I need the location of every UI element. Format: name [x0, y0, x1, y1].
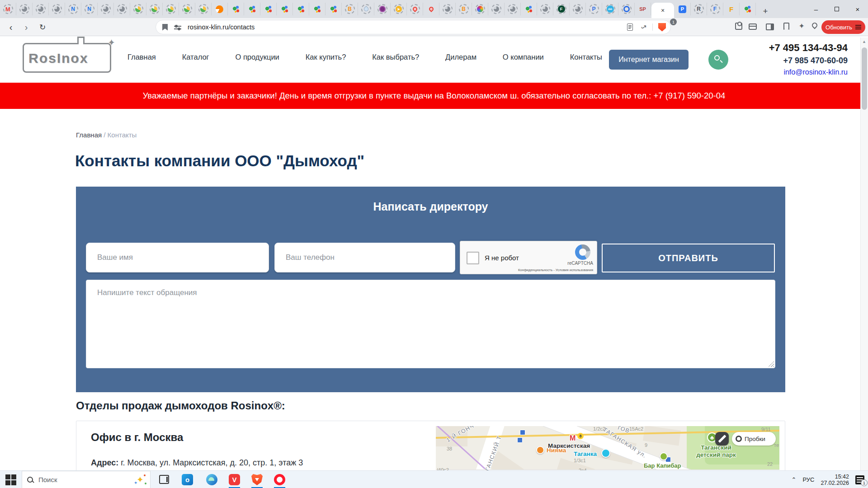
- location-icon[interactable]: [811, 22, 819, 29]
- tray-expand-icon[interactable]: ⌃: [791, 476, 796, 483]
- pinned-tab-fBlue[interactable]: F: [707, 3, 723, 15]
- nav-link-kontakty[interactable]: Контакты: [570, 53, 602, 61]
- share-icon[interactable]: ↪: [639, 22, 649, 32]
- browser-update-button[interactable]: Обновить: [821, 20, 865, 34]
- pinned-tab-btc[interactable]: B: [342, 3, 358, 15]
- map[interactable]: ТАГАНСКИЙ ТТАГАНСКАЯ ул.1-Й ГОНЧТОВ 381/…: [436, 426, 779, 470]
- pinned-tab-dots[interactable]: [277, 3, 293, 15]
- nav-link-o-kompanii[interactable]: О компании: [503, 53, 544, 61]
- opera-app-icon[interactable]: [274, 474, 285, 485]
- language-indicator[interactable]: РУС: [802, 476, 814, 483]
- window-minimize-button[interactable]: –: [806, 0, 826, 18]
- window-maximize-button[interactable]: [826, 0, 847, 18]
- nav-link-dileram[interactable]: Дилерам: [445, 53, 476, 61]
- pinned-tab-palette[interactable]: [472, 3, 488, 15]
- url-text[interactable]: rosinox-klin.ru/contacts: [188, 23, 627, 31]
- pinned-tab-gray[interactable]: [49, 3, 65, 15]
- pinned-tab-gray[interactable]: [114, 3, 130, 15]
- pinned-tab-gray[interactable]: [505, 3, 521, 15]
- phone-input[interactable]: [274, 243, 455, 272]
- menu-icon[interactable]: [855, 25, 861, 29]
- park-label-line1[interactable]: Таганский: [691, 444, 741, 451]
- pinned-tab-gray[interactable]: [439, 3, 456, 15]
- pinned-tab-dots[interactable]: [244, 3, 260, 15]
- pinned-tab-ibb[interactable]: ibb: [602, 3, 618, 15]
- reload-button[interactable]: ↻: [36, 21, 49, 33]
- pinned-tab-gmail[interactable]: M: [0, 3, 16, 15]
- pinned-tab-gray[interactable]: [488, 3, 505, 15]
- pinned-tab-green[interactable]: [130, 3, 146, 15]
- sidebar-icon[interactable]: [766, 23, 774, 30]
- pinned-tab-blueN[interactable]: N: [81, 3, 98, 15]
- pinned-tab-drop[interactable]: [358, 3, 374, 15]
- scrollbar-up-arrow[interactable]: ▲: [862, 39, 866, 44]
- textarea-resize-handle[interactable]: [768, 361, 774, 367]
- nav-link-kak-vybrat[interactable]: Как выбрать?: [372, 53, 419, 61]
- poi-restaurant-icon[interactable]: [536, 446, 544, 454]
- pinned-tab-gray[interactable]: [537, 3, 553, 15]
- back-button[interactable]: ‹: [5, 21, 17, 33]
- pinned-tab-green[interactable]: [179, 3, 195, 15]
- pinned-tab-gray[interactable]: [16, 3, 33, 15]
- map-ruler-button[interactable]: [715, 432, 729, 446]
- poi-bar-icon[interactable]: [660, 452, 668, 460]
- recaptcha-checkbox[interactable]: [467, 252, 479, 264]
- phone-primary[interactable]: +7 495 134-43-94: [769, 42, 848, 54]
- address-bar[interactable]: rosinox-klin.ru/contacts ↪: [156, 20, 671, 34]
- start-button[interactable]: [5, 474, 16, 485]
- pinned-tab-dots[interactable]: [740, 3, 756, 15]
- bookmark-icon[interactable]: [162, 24, 168, 31]
- site-search-button[interactable]: [708, 50, 728, 70]
- notification-center-icon[interactable]: 1: [855, 475, 864, 484]
- message-textarea[interactable]: [86, 280, 775, 368]
- pinned-tab-pointer[interactable]: ➤: [391, 3, 407, 15]
- window-close-button[interactable]: ×: [847, 0, 868, 18]
- park-label-line2[interactable]: детский парк: [687, 451, 745, 458]
- pinned-tab-fGreen[interactable]: F: [553, 3, 570, 15]
- extensions-icon[interactable]: [735, 23, 742, 30]
- copilot-icon[interactable]: ✦ ✦: [134, 474, 146, 485]
- online-shop-button[interactable]: Интернет магазин: [609, 50, 689, 70]
- brave-shield-icon[interactable]: [658, 23, 666, 32]
- new-tab-button[interactable]: +: [759, 5, 772, 18]
- active-tab[interactable]: ×: [651, 3, 674, 18]
- pinned-tab-dots[interactable]: [521, 3, 537, 15]
- pinned-tab-btc[interactable]: B: [456, 3, 472, 15]
- pinned-tab-dots[interactable]: [260, 3, 277, 15]
- site-settings-icon[interactable]: [174, 24, 181, 31]
- poi-theatre-icon[interactable]: [601, 449, 610, 458]
- pinned-tab-sp[interactable]: SP: [635, 3, 651, 15]
- wallet-icon[interactable]: [749, 23, 757, 30]
- edge-app-icon[interactable]: [206, 474, 217, 485]
- recaptcha-terms[interactable]: Конфиденциальность - Условия использован…: [518, 268, 593, 272]
- taskbar-clock[interactable]: 15:42 27.02.2026: [821, 474, 849, 486]
- page-scrollbar[interactable]: ▲: [860, 38, 868, 470]
- pinned-tab-dots[interactable]: [309, 3, 326, 15]
- pinned-tab-green[interactable]: [195, 3, 212, 15]
- scrollbar-thumb[interactable]: [862, 47, 867, 110]
- reader-mode-icon[interactable]: [627, 23, 633, 31]
- pinned-tab-green[interactable]: [163, 3, 179, 15]
- pinned-tab-purple[interactable]: [374, 3, 391, 15]
- pinned-tab-gray[interactable]: [33, 3, 49, 15]
- submit-button[interactable]: ОТПРАВИТЬ: [602, 244, 775, 272]
- pinned-tab-pSquare[interactable]: P: [675, 3, 691, 15]
- pinned-tab-oBlue[interactable]: [618, 3, 635, 15]
- pinned-tab-pBlue[interactable]: P: [586, 3, 602, 15]
- pinned-tab-green[interactable]: [146, 3, 163, 15]
- brave-app-icon[interactable]: [251, 474, 263, 485]
- phone-secondary[interactable]: +7 985 470-60-09: [769, 56, 848, 66]
- taskbar-search-box[interactable]: Поиск ✦ ✦: [22, 471, 151, 488]
- metro-icon[interactable]: М: [570, 434, 576, 442]
- pinned-tab-pinSolid[interactable]: [423, 3, 439, 15]
- email-link[interactable]: info@rosinox-klin.ru: [769, 68, 848, 76]
- outlook-app-icon[interactable]: o: [182, 474, 193, 485]
- pinned-tab-gray[interactable]: [570, 3, 586, 15]
- pinned-tab-dots[interactable]: [228, 3, 244, 15]
- pinned-tab-blueN[interactable]: N: [65, 3, 81, 15]
- vivaldi-app-icon[interactable]: V: [229, 474, 240, 485]
- tab-close-icon[interactable]: ×: [661, 7, 665, 14]
- pinned-tab-orange[interactable]: [212, 3, 228, 15]
- poi-niyama-label[interactable]: Нияма: [547, 447, 566, 454]
- breadcrumb-home[interactable]: Главная: [76, 131, 102, 139]
